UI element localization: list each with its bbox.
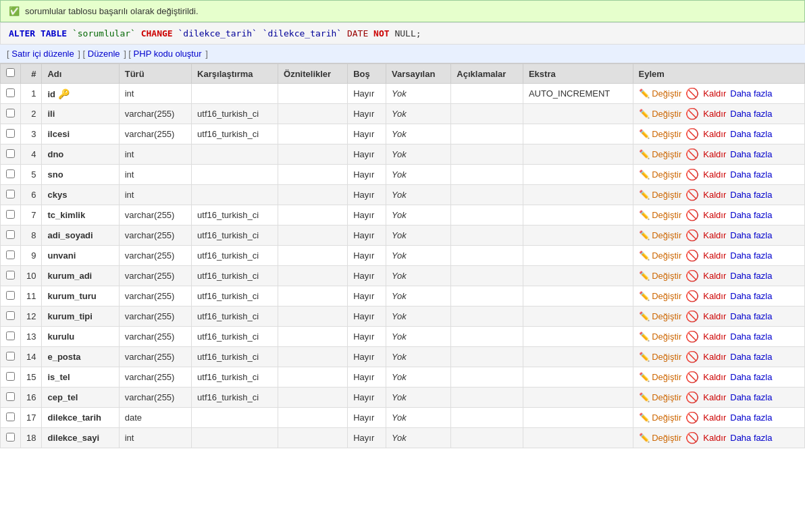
edit-button[interactable]: ✏️ Değiştir — [639, 230, 682, 240]
header-attributes: Öznitelikler — [278, 64, 348, 84]
edit-button[interactable]: ✏️ Değiştir — [639, 352, 682, 362]
edit-button[interactable]: ✏️ Değiştir — [639, 372, 682, 382]
row-attributes — [278, 286, 348, 307]
pencil-icon: ✏️ — [639, 210, 650, 220]
edit-button[interactable]: ✏️ Değiştir — [639, 291, 682, 301]
edit-button[interactable]: ✏️ Değiştir — [639, 109, 682, 119]
edit-button[interactable]: ✏️ Değiştir — [639, 88, 682, 99]
more-button[interactable]: Daha fazla — [730, 210, 772, 220]
table-row: 17dilekce_tarihdateHayırYok ✏️ Değiştir … — [1, 408, 805, 428]
remove-button[interactable]: Kaldır — [703, 352, 726, 362]
remove-button[interactable]: Kaldır — [703, 433, 726, 443]
more-button[interactable]: Daha fazla — [730, 109, 772, 119]
table-row: 13kuruluvarchar(255)utf16_turkish_ciHayı… — [1, 327, 805, 347]
remove-button[interactable]: Kaldır — [703, 392, 726, 402]
more-button[interactable]: Daha fazla — [730, 129, 772, 139]
row-checkbox[interactable] — [6, 230, 15, 239]
row-checkbox[interactable] — [6, 190, 15, 198]
row-checkbox-cell — [1, 428, 21, 448]
more-button[interactable]: Daha fazla — [730, 169, 772, 180]
remove-button[interactable]: Kaldır — [703, 271, 726, 281]
row-checkbox[interactable] — [6, 433, 15, 442]
more-button[interactable]: Daha fazla — [730, 88, 772, 99]
select-all-checkbox[interactable] — [6, 68, 15, 77]
more-button[interactable]: Daha fazla — [730, 230, 772, 240]
remove-button[interactable]: Kaldır — [703, 250, 726, 261]
table-row: 11kurum_turuvarchar(255)utf16_turkish_ci… — [1, 286, 805, 307]
row-action-cell: ✏️ Değiştir 🚫 Kaldır Daha fazla — [633, 205, 804, 225]
edit-link[interactable]: Düzenle — [88, 49, 120, 59]
remove-button[interactable]: Kaldır — [703, 311, 726, 321]
edit-button[interactable]: ✏️ Değiştir — [639, 149, 682, 159]
remove-button[interactable]: Kaldır — [703, 230, 726, 240]
row-num: 18 — [21, 428, 42, 448]
separator2: ] [ — [124, 49, 133, 59]
row-field-name: adi_soyadi — [42, 225, 119, 246]
more-button[interactable]: Daha fazla — [730, 311, 772, 321]
remove-button[interactable]: Kaldır — [703, 413, 726, 423]
remove-button[interactable]: Kaldır — [703, 169, 726, 180]
remove-button[interactable]: Kaldır — [703, 190, 726, 200]
edit-button[interactable]: ✏️ Değiştir — [639, 433, 682, 443]
edit-button[interactable]: ✏️ Değiştir — [639, 392, 682, 402]
row-attributes — [278, 144, 348, 165]
row-checkbox[interactable] — [6, 392, 15, 401]
remove-circle-icon: 🚫 — [685, 269, 699, 282]
more-button[interactable]: Daha fazla — [730, 190, 772, 200]
row-action-cell: ✏️ Değiştir 🚫 Kaldır Daha fazla — [633, 408, 804, 428]
remove-button[interactable]: Kaldır — [703, 291, 726, 301]
more-button[interactable]: Daha fazla — [730, 149, 772, 159]
more-button[interactable]: Daha fazla — [730, 372, 772, 382]
row-action-cell: ✏️ Değiştir 🚫 Kaldır Daha fazla — [633, 246, 804, 266]
edit-button[interactable]: ✏️ Değiştir — [639, 271, 682, 281]
more-button[interactable]: Daha fazla — [730, 413, 772, 423]
key-icon: 🔑 — [58, 88, 70, 99]
remove-button[interactable]: Kaldır — [703, 210, 726, 220]
row-num: 4 — [21, 144, 42, 165]
row-checkbox[interactable] — [6, 88, 15, 97]
more-button[interactable]: Daha fazla — [730, 433, 772, 443]
row-checkbox[interactable] — [6, 413, 15, 421]
edit-button[interactable]: ✏️ Değiştir — [639, 210, 682, 220]
row-checkbox[interactable] — [6, 311, 15, 320]
row-checkbox[interactable] — [6, 109, 15, 117]
row-checkbox[interactable] — [6, 169, 15, 178]
php-code-link[interactable]: PHP kodu oluştur — [134, 49, 202, 59]
edit-button[interactable]: ✏️ Değiştir — [639, 311, 682, 321]
row-type: varchar(255) — [119, 367, 191, 388]
remove-button[interactable]: Kaldır — [703, 331, 726, 342]
inline-edit-link[interactable]: Satır içi düzenle — [11, 49, 74, 59]
row-checkbox[interactable] — [6, 271, 15, 280]
row-collation: utf16_turkish_ci — [192, 327, 278, 347]
remove-button[interactable]: Kaldır — [703, 109, 726, 119]
edit-button[interactable]: ✏️ Değiştir — [639, 331, 682, 342]
remove-button[interactable]: Kaldır — [703, 372, 726, 382]
row-checkbox[interactable] — [6, 149, 15, 158]
row-extra — [523, 347, 633, 367]
row-checkbox[interactable] — [6, 250, 15, 259]
more-button[interactable]: Daha fazla — [730, 352, 772, 362]
row-checkbox[interactable] — [6, 352, 15, 361]
row-null: Hayır — [348, 225, 386, 246]
more-button[interactable]: Daha fazla — [730, 331, 772, 342]
remove-button[interactable]: Kaldır — [703, 88, 726, 99]
edit-button[interactable]: ✏️ Değiştir — [639, 129, 682, 139]
more-button[interactable]: Daha fazla — [730, 392, 772, 402]
edit-button[interactable]: ✏️ Değiştir — [639, 413, 682, 423]
more-button[interactable]: Daha fazla — [730, 271, 772, 281]
edit-button[interactable]: ✏️ Değiştir — [639, 190, 682, 200]
edit-button[interactable]: ✏️ Değiştir — [639, 250, 682, 261]
row-extra — [523, 246, 633, 266]
remove-button[interactable]: Kaldır — [703, 129, 726, 139]
row-default: Yok — [386, 367, 451, 388]
row-checkbox[interactable] — [6, 129, 15, 138]
remove-button[interactable]: Kaldır — [703, 149, 726, 159]
more-button[interactable]: Daha fazla — [730, 291, 772, 301]
row-checkbox[interactable] — [6, 291, 15, 300]
edit-button[interactable]: ✏️ Değiştir — [639, 169, 682, 180]
success-banner: ✅ sorumlular tablosu başarılı olarak değ… — [0, 0, 805, 22]
more-button[interactable]: Daha fazla — [730, 250, 772, 261]
row-checkbox[interactable] — [6, 372, 15, 381]
row-checkbox[interactable] — [6, 331, 15, 340]
row-checkbox[interactable] — [6, 210, 15, 219]
